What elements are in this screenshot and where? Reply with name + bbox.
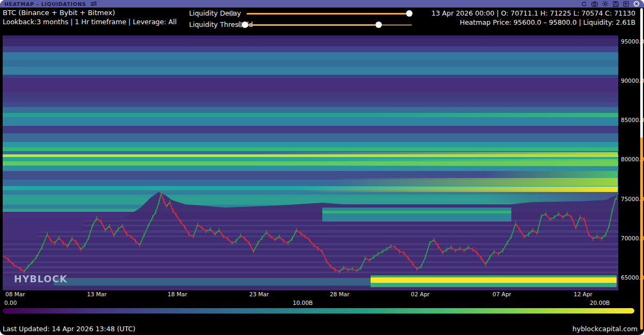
liquidity-threshold-handle-left[interactable] — [242, 22, 248, 28]
save-image-icon[interactable] — [623, 1, 629, 7]
decay-info-icon[interactable]: ? — [229, 11, 234, 16]
date-tick-label: 13 Mar — [87, 291, 107, 297]
liquidity-decay-handle[interactable] — [406, 10, 413, 17]
liquidity-threshold-handle-right[interactable] — [375, 22, 382, 28]
titlebar: HEATMAP – LIQUIDATIONS — [0, 0, 644, 8]
page-title: HEATMAP – LIQUIDATIONS — [4, 1, 86, 7]
liquidity-decay-slider[interactable] — [247, 13, 411, 15]
app-window: HEATMAP – LIQUIDATIONS — [0, 0, 644, 335]
date-tick-label: 18 Mar — [168, 291, 187, 297]
colorbar-tick-label: 20.00B — [590, 300, 610, 306]
save-icon[interactable] — [613, 1, 619, 7]
lookback-settings: Lookback:3 months | 1 Hr timeframe | Lev… — [3, 18, 177, 26]
close-icon[interactable] — [633, 1, 640, 7]
ohlc-readout: 13 Apr 2026 00:00 | O: 70711.1 H: 71225 … — [431, 9, 635, 17]
liquidity-colorbar — [3, 308, 634, 313]
heatmap-hover-readout: Heatmap Price: 95600.0 – 95800.0 | Liqui… — [460, 18, 635, 26]
date-tick-label: 12 Apr — [574, 291, 592, 297]
gear-icon[interactable] — [602, 1, 609, 7]
date-tick-label: 23 Mar — [249, 291, 269, 297]
symbol-title: BTC (Binance + Bybit + Bitmex) — [3, 9, 115, 17]
liquidation-heatmap-canvas[interactable] — [3, 35, 618, 290]
date-tick-label: 02 Apr — [411, 291, 430, 297]
toolbar — [581, 1, 640, 7]
site-link[interactable]: hyblockcapital.com — [573, 325, 638, 333]
liquidity-threshold-active — [245, 24, 379, 26]
colorbar-tick-label: 0.00 — [4, 300, 17, 306]
hyblock-watermark: HYBLOCK — [14, 274, 67, 284]
refresh-icon[interactable] — [581, 1, 587, 7]
scrollbar-upper[interactable] — [640, 8, 643, 138]
date-tick-label: 07 Apr — [493, 291, 511, 297]
date-tick-label: 28 Mar — [330, 291, 350, 297]
colorbar-tick-label: 10.00B — [293, 300, 313, 306]
scrollbar-lower[interactable] — [640, 138, 643, 330]
tune-icon[interactable] — [90, 1, 97, 6]
camera-icon[interactable] — [591, 1, 598, 7]
last-updated-label: Last Updated: 14 Apr 2026 13:48 (UTC) — [3, 325, 135, 333]
date-tick-label: 08 Mar — [5, 291, 25, 297]
